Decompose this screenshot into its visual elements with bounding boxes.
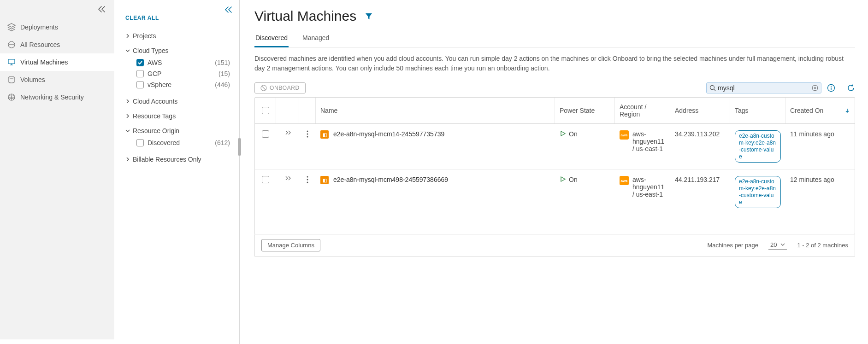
row-actions-menu[interactable] <box>307 176 308 183</box>
sidebar-label: Deployments <box>20 23 58 31</box>
chevron-right-icon <box>125 34 130 38</box>
search-icon <box>709 85 716 91</box>
onboard-icon <box>260 85 267 91</box>
col-power[interactable]: Power State <box>555 98 615 123</box>
info-icon[interactable] <box>827 84 835 92</box>
select-all-checkbox[interactable] <box>262 107 269 114</box>
tab-managed[interactable]: Managed <box>301 30 330 47</box>
filter-collapse-icon[interactable] <box>224 6 233 13</box>
sidebar-item-all-resources[interactable]: All Resources <box>0 36 114 53</box>
sidebar-item-virtual-machines[interactable]: Virtual Machines <box>0 53 114 71</box>
row-checkbox[interactable] <box>262 176 269 183</box>
tag-pill[interactable]: e2e-a8n-custom-key:e2e-a8n-custome-value <box>735 130 781 163</box>
sidebar-label: Networking & Security <box>20 93 84 101</box>
svg-point-14 <box>307 182 308 183</box>
page-size-value: 20 <box>770 241 777 248</box>
chevron-right-icon <box>125 114 130 118</box>
manage-columns-button[interactable]: Manage Columns <box>261 239 320 251</box>
main-content: Virtual Machines Discovered Managed Disc… <box>240 0 868 344</box>
sidebar-item-networking[interactable]: Networking & Security <box>0 88 114 106</box>
tag-pill[interactable]: e2e-a8n-custom-key:e2e-a8n-custome-value <box>735 176 781 208</box>
search-box[interactable] <box>706 82 821 93</box>
svg-point-11 <box>307 136 308 138</box>
filter-label: Resource Origin <box>133 127 179 134</box>
power-on-icon <box>560 130 566 137</box>
filter-section-resource-tags[interactable]: Resource Tags <box>125 112 230 120</box>
filter-option-gcp[interactable]: GCP (15) <box>136 68 230 79</box>
clear-search-icon[interactable] <box>812 85 818 91</box>
sidebar-label: All Resources <box>20 41 60 48</box>
search-input[interactable] <box>716 84 812 92</box>
col-name[interactable]: Name <box>316 98 555 123</box>
created-on: 11 minutes ago <box>785 124 855 169</box>
checkbox-vsphere[interactable] <box>136 81 144 88</box>
refresh-icon[interactable] <box>847 84 855 92</box>
page-description: Discovered machines are identified when … <box>254 54 855 73</box>
chevron-right-icon <box>125 99 130 104</box>
filter-label: Billable Resources Only <box>133 156 201 163</box>
vm-instance-icon: ◧ <box>320 176 329 184</box>
page-title: Virtual Machines <box>254 8 356 24</box>
power-state: On <box>569 130 578 138</box>
filter-option-aws[interactable]: AWS (151) <box>136 57 230 68</box>
filter-section-resource-origin[interactable]: Resource Origin <box>125 127 230 134</box>
filter-option-label: AWS <box>148 59 162 66</box>
expand-row-icon[interactable] <box>284 130 291 135</box>
filter-icon[interactable] <box>365 12 373 20</box>
deployments-icon <box>7 23 16 31</box>
vm-name[interactable]: e2e-a8n-mysql-mcm498-245597386669 <box>333 176 448 183</box>
filter-option-label: vSphere <box>148 81 171 88</box>
filter-option-vsphere[interactable]: vSphere (446) <box>136 79 230 90</box>
onboard-button[interactable]: ONBOARD <box>254 82 306 93</box>
filter-section-cloud-accounts[interactable]: Cloud Accounts <box>125 98 230 105</box>
filter-count: (15) <box>218 70 230 77</box>
ip-address: 44.211.193.217 <box>670 169 730 215</box>
svg-point-13 <box>307 179 308 181</box>
svg-point-5 <box>710 86 714 90</box>
checkbox-discovered[interactable] <box>136 139 144 146</box>
filter-label: Projects <box>133 32 156 40</box>
aws-icon: aws <box>620 130 629 140</box>
filter-option-label: Discovered <box>148 139 180 146</box>
table-row: ◧ e2e-a8n-mysql-mcm498-245597386669 On a… <box>255 169 855 215</box>
account-region: aws-hnguyen11 / us-east-1 <box>632 176 666 198</box>
per-page-label: Machines per page <box>707 242 758 249</box>
svg-point-9 <box>307 131 308 132</box>
filter-section-cloud-types[interactable]: Cloud Types <box>125 47 230 54</box>
sidebar: Deployments All Resources Virtual Machin… <box>0 0 114 344</box>
divider <box>841 83 841 93</box>
col-tags[interactable]: Tags <box>730 98 785 123</box>
sidebar-label: Virtual Machines <box>20 58 68 66</box>
row-checkbox[interactable] <box>262 130 269 138</box>
vm-instance-icon: ◧ <box>320 130 329 139</box>
checkbox-aws[interactable] <box>136 59 144 66</box>
checkbox-gcp[interactable] <box>136 70 144 77</box>
vm-icon <box>7 58 16 66</box>
onboard-label: ONBOARD <box>270 85 300 91</box>
power-state: On <box>569 176 578 183</box>
filter-section-projects[interactable]: Projects <box>125 32 230 40</box>
resources-icon <box>7 41 16 49</box>
vm-name[interactable]: e2e-a8n-mysql-mcm14-245597735739 <box>333 130 444 138</box>
aws-icon: aws <box>620 176 629 185</box>
filter-count: (446) <box>215 81 230 88</box>
page-size-select[interactable]: 20 <box>768 241 787 250</box>
sidebar-item-volumes[interactable]: Volumes <box>0 71 114 88</box>
filter-option-label: GCP <box>148 70 161 77</box>
filter-section-billable[interactable]: Billable Resources Only <box>125 156 230 163</box>
sidebar-collapse-icon[interactable] <box>98 6 106 12</box>
filter-panel: CLEAR ALL Projects Cloud Types AWS (151) <box>114 0 240 344</box>
col-created[interactable]: Created On <box>785 98 855 123</box>
ip-address: 34.239.113.202 <box>670 124 730 169</box>
filter-option-discovered[interactable]: Discovered (612) <box>136 137 230 148</box>
scrollbar-thumb[interactable] <box>238 138 241 156</box>
col-address[interactable]: Address <box>670 98 730 123</box>
expand-row-icon[interactable] <box>284 176 291 181</box>
tab-discovered[interactable]: Discovered <box>254 30 289 47</box>
table-row: ◧ e2e-a8n-mysql-mcm14-245597735739 On aw… <box>255 124 855 169</box>
sidebar-item-deployments[interactable]: Deployments <box>0 18 114 36</box>
row-actions-menu[interactable] <box>307 130 308 138</box>
table-header: Name Power State Account / Region Addres… <box>255 98 855 124</box>
col-account[interactable]: Account / Region <box>615 98 670 123</box>
clear-all-button[interactable]: CLEAR ALL <box>114 6 239 29</box>
